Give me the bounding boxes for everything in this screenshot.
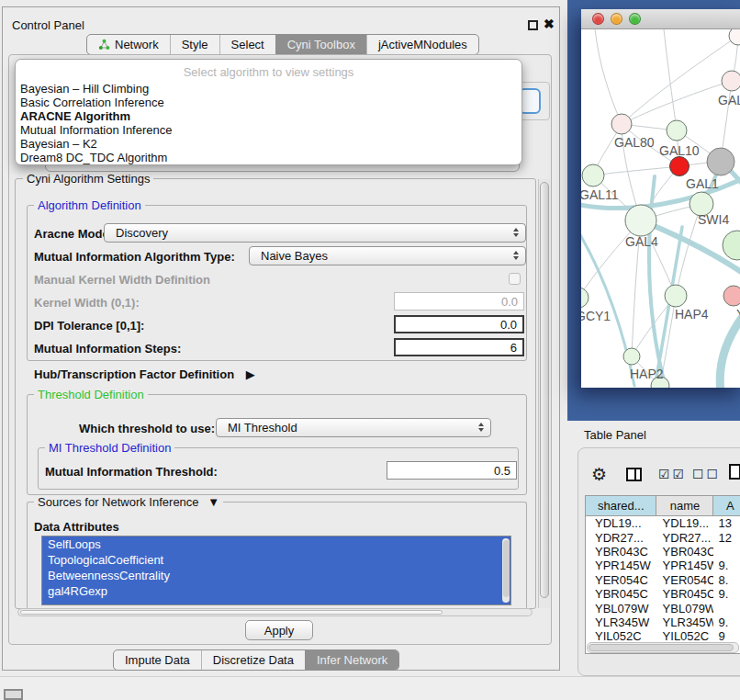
dpi-tolerance-field[interactable]: 0.0: [394, 315, 524, 333]
combo-arrows-icon: [513, 251, 519, 260]
table-row[interactable]: YDR27... YDR27... 12: [586, 530, 740, 544]
tab-jactivemnodules[interactable]: jActiveMNodules: [366, 35, 478, 54]
cell[interactable]: YER054C: [657, 573, 714, 587]
column-header-shared[interactable]: shared...: [586, 496, 656, 516]
tab-network[interactable]: Network: [87, 35, 170, 54]
cell[interactable]: YER054C: [586, 573, 657, 587]
node-partial-right[interactable]: [723, 231, 740, 260]
attribute-item-selected[interactable]: gal4RGexp: [42, 583, 510, 599]
attribute-item-selected[interactable]: TopologicalCoefficient: [42, 552, 510, 568]
float-window-icon[interactable]: [528, 20, 538, 30]
cell[interactable]: YDR27...: [586, 531, 657, 545]
cell[interactable]: YDR27...: [657, 531, 714, 545]
minimize-window-button[interactable]: [611, 13, 622, 25]
algorithm-option[interactable]: Basic Correlation Inference: [19, 96, 518, 109]
threshold-definition-title: Threshold Definition: [34, 388, 148, 401]
cell[interactable]: 9.: [713, 615, 740, 629]
tab-select[interactable]: Select: [219, 35, 275, 54]
document-icon[interactable]: [729, 464, 740, 480]
node-gal11[interactable]: [582, 164, 604, 186]
algorithm-option[interactable]: Bayesian – Hill Climbing: [19, 82, 518, 96]
node-gal-partial[interactable]: [722, 71, 740, 91]
settings-horizontal-scrollbar[interactable]: [17, 608, 533, 616]
manual-kernel-checkbox[interactable]: [509, 273, 521, 285]
column-header-name[interactable]: name: [656, 496, 713, 516]
tab-cyni-toolbox[interactable]: Cyni Toolbox: [275, 35, 366, 54]
aracne-mode-combobox[interactable]: Discovery: [104, 223, 526, 243]
attribute-item-selected[interactable]: BetweennessCentrality: [42, 568, 510, 583]
cell[interactable]: YBR043C: [657, 545, 714, 559]
table-row[interactable]: YPR145W YPR145W 9.: [586, 559, 740, 572]
node-partial-top[interactable]: [729, 29, 740, 45]
cyni-bottom-tabs: Impute Data Discretize Data Infer Networ…: [113, 649, 399, 671]
sources-group-title[interactable]: Sources for Network Inference ▼: [34, 495, 223, 509]
table-hscrollbar-thumb[interactable]: [589, 644, 734, 651]
table-row[interactable]: YDL19... YDL19... 13: [586, 516, 740, 530]
list-scrollbar-thumb[interactable]: [503, 540, 510, 597]
node-gal1-selected[interactable]: [670, 157, 690, 176]
cell[interactable]: 9.: [713, 559, 740, 572]
mi-type-combobox[interactable]: Naive Bayes: [249, 246, 526, 265]
table-row[interactable]: YER054C YER054C 8.: [586, 573, 740, 587]
column-header-partial[interactable]: A: [713, 496, 740, 516]
cell[interactable]: YDL19...: [586, 516, 657, 530]
cell[interactable]: 13: [713, 516, 740, 530]
node-gray-hub[interactable]: [707, 148, 734, 175]
network-canvas[interactable]: GAL GAL80 GAL10 GAL11 GAL1 SWI4 GAL4 GCY…: [581, 29, 740, 388]
table-row[interactable]: YLR345W YLR345W 9.: [586, 615, 740, 629]
apply-button[interactable]: Apply: [245, 620, 313, 640]
tab-infer-network[interactable]: Infer Network: [305, 650, 398, 670]
cell[interactable]: YLR345W: [657, 615, 714, 629]
gear-icon[interactable]: ⚙: [591, 464, 607, 485]
node-gal4[interactable]: [625, 205, 656, 236]
node-gal10[interactable]: [667, 120, 687, 141]
attribute-item-selected[interactable]: SelfLoops: [42, 536, 510, 552]
close-window-button[interactable]: [592, 13, 604, 25]
cell[interactable]: YBR045C: [586, 587, 657, 601]
table-row[interactable]: YBR045C YBR045C 9.: [586, 587, 740, 601]
kernel-width-field[interactable]: 0.0: [394, 292, 524, 310]
which-threshold-combobox[interactable]: MI Threshold: [216, 418, 491, 437]
node-hap4[interactable]: [665, 285, 687, 307]
algorithm-option[interactable]: Bayesian – K2: [19, 137, 518, 151]
hub-definition-toggle[interactable]: Hub/Transcription Factor Definition ▶: [34, 367, 255, 381]
settings-vertical-scrollbar[interactable]: [538, 179, 551, 608]
tab-style[interactable]: Style: [170, 35, 219, 54]
cell[interactable]: YBR043C: [586, 545, 657, 559]
checked-boxes-icon[interactable]: ☑☑: [658, 467, 687, 481]
network-window-titlebar[interactable]: [581, 9, 740, 29]
cell[interactable]: YBL079W: [657, 602, 714, 615]
node-hap2[interactable]: [623, 348, 640, 365]
cell[interactable]: YPR145W: [586, 559, 657, 572]
cell[interactable]: 9.: [713, 587, 740, 601]
node-gcy1[interactable]: [581, 288, 589, 308]
settings-hscrollbar-thumb[interactable]: [20, 610, 443, 615]
mi-steps-field[interactable]: 6: [394, 338, 524, 356]
columns-icon[interactable]: [626, 468, 642, 481]
cell[interactable]: YDL19...: [657, 516, 714, 530]
zoom-window-button[interactable]: [629, 13, 641, 25]
table-horizontal-scrollbar[interactable]: [587, 642, 739, 653]
table-row[interactable]: YBR043C YBR043C: [586, 545, 740, 559]
algorithm-option-selected[interactable]: ARACNE Algorithm: [19, 109, 518, 123]
mi-threshold-field[interactable]: 0.5: [387, 461, 517, 480]
node-gal80[interactable]: [611, 114, 632, 134]
cell[interactable]: 8.: [713, 573, 740, 587]
minimized-panel-icon[interactable]: [4, 689, 23, 700]
tab-impute-data[interactable]: Impute Data: [114, 650, 201, 670]
settings-scrollbar-thumb[interactable]: [540, 182, 549, 598]
cell[interactable]: 12: [713, 531, 740, 545]
cell[interactable]: YPR145W: [657, 559, 714, 572]
algorithm-option[interactable]: Mutual Information Inference: [19, 123, 518, 137]
unchecked-boxes-icon[interactable]: ☐☐: [692, 467, 721, 481]
cell[interactable]: YLR345W: [586, 615, 657, 629]
cell[interactable]: YBR045C: [657, 587, 714, 601]
list-vertical-scrollbar[interactable]: [502, 538, 510, 603]
tab-discretize-data[interactable]: Discretize Data: [201, 650, 305, 670]
cell[interactable]: YBL079W: [586, 602, 657, 615]
node-y-partial[interactable]: [723, 286, 740, 306]
table-row[interactable]: YBL079W YBL079W: [586, 601, 740, 615]
combo-value: MI Threshold: [228, 421, 297, 435]
close-icon[interactable]: ✖: [544, 17, 555, 31]
algorithm-option[interactable]: Dream8 DC_TDC Algorithm: [19, 151, 518, 164]
